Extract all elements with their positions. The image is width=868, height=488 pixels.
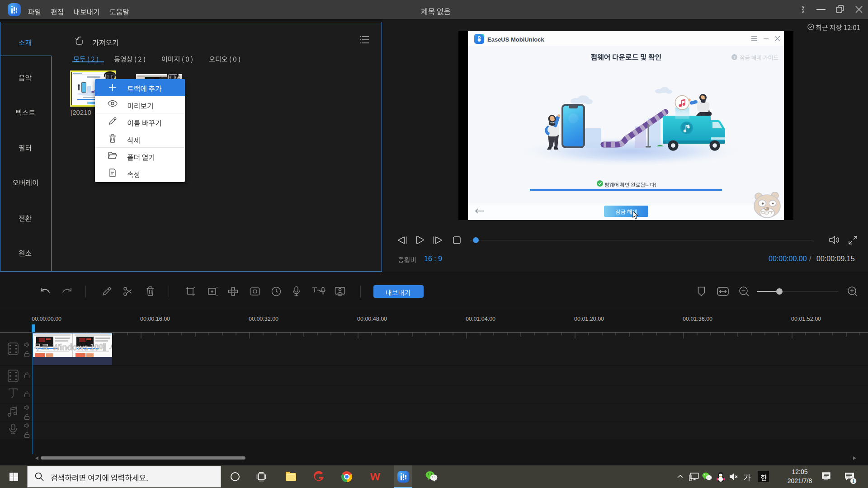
svg-text:?: ? <box>733 55 736 60</box>
